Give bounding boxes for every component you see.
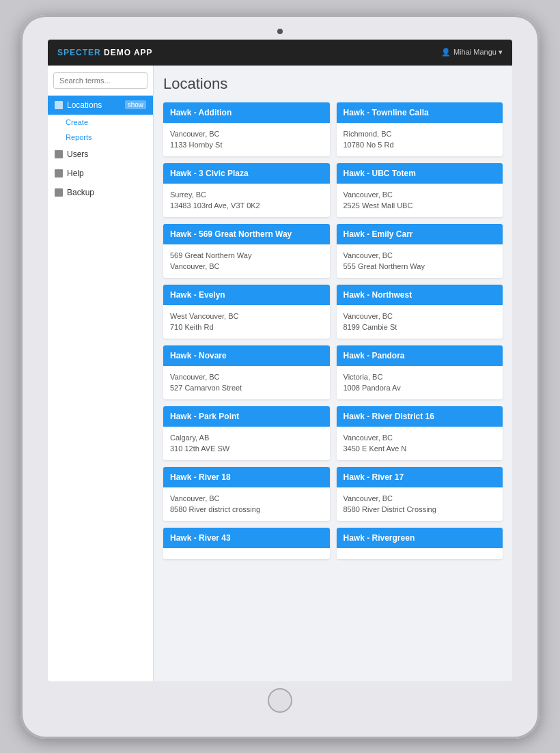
location-address: 3450 E Kent Ave N bbox=[344, 444, 407, 453]
location-address: 310 12th AVE SW bbox=[170, 444, 229, 453]
location-card-header: Hawk - Rivergreen bbox=[337, 528, 503, 548]
location-card-body: Victoria, BC1008 Pandora Av bbox=[337, 366, 503, 399]
location-card-body: Vancouver, BC8580 River District Crossin… bbox=[337, 487, 503, 521]
locations-grid: Hawk - AdditionVancouver, BC1133 Hornby … bbox=[163, 102, 503, 559]
sidebar-item-label: Help bbox=[67, 169, 146, 178]
locations-icon bbox=[55, 101, 63, 109]
location-card-header: Hawk - Park Point bbox=[163, 406, 330, 427]
location-card[interactable]: Hawk - EvelynWest Vancouver, BC710 Keith… bbox=[163, 285, 330, 339]
location-address: 2525 West Mall UBC bbox=[344, 201, 413, 210]
location-card[interactable]: Hawk - River District 16Vancouver, BC345… bbox=[337, 406, 503, 460]
location-card[interactable]: Hawk - PandoraVictoria, BC1008 Pandora A… bbox=[337, 345, 503, 399]
location-city: Vancouver, BC bbox=[344, 434, 393, 442]
location-card-header: Hawk - River 18 bbox=[163, 467, 330, 487]
location-city: Vancouver, BC bbox=[344, 312, 393, 320]
location-card[interactable]: Hawk - Park PointCalgary, AB310 12th AVE… bbox=[163, 406, 330, 460]
help-icon bbox=[55, 169, 63, 177]
location-card[interactable]: Hawk - 3 Civic PlazaSurrey, BC13483 103r… bbox=[163, 163, 330, 217]
location-city: Calgary, AB bbox=[170, 434, 209, 442]
location-card-body: Calgary, AB310 12th AVE SW bbox=[163, 427, 330, 460]
sidebar: Locations show Create Reports Users Help… bbox=[48, 66, 154, 681]
location-card-header: Hawk - Northwest bbox=[337, 285, 503, 305]
app-body: Locations show Create Reports Users Help… bbox=[48, 66, 512, 681]
brand: SPECTER DEMO APP bbox=[57, 48, 153, 57]
location-address: 13483 103rd Ave, V3T 0K2 bbox=[170, 201, 260, 210]
user-menu[interactable]: 👤 Mihai Mangu ▾ bbox=[441, 48, 503, 57]
location-card-body: Vancouver, BC8199 Cambie St bbox=[337, 305, 503, 339]
sidebar-item-label: Locations bbox=[67, 100, 121, 110]
location-address: 1008 Pandora Av bbox=[344, 384, 401, 392]
app-header: SPECTER DEMO APP 👤 Mihai Mangu ▾ bbox=[48, 40, 512, 66]
location-card-body: Vancouver, BC3450 E Kent Ave N bbox=[337, 427, 503, 460]
location-address: 710 Keith Rd bbox=[170, 323, 214, 331]
location-card[interactable]: Hawk - River 43 bbox=[163, 528, 330, 559]
user-icon: 👤 bbox=[441, 48, 451, 57]
location-city: West Vancouver, BC bbox=[170, 312, 238, 320]
location-card[interactable]: Hawk - 569 Great Northern Way569 Great N… bbox=[163, 224, 330, 278]
location-card-body: Richmond, BC10780 No 5 Rd bbox=[337, 123, 503, 156]
location-city: Surrey, BC bbox=[170, 190, 206, 199]
location-address: 8199 Cambie St bbox=[344, 323, 397, 331]
search-box bbox=[53, 72, 148, 89]
location-card-header: Hawk - 569 Great Northern Way bbox=[163, 224, 330, 244]
location-card-header: Hawk - River 17 bbox=[337, 467, 503, 487]
location-card-header: Hawk - River District 16 bbox=[337, 406, 503, 427]
location-card-body: Vancouver, BC8580 River district crossin… bbox=[163, 487, 330, 521]
tablet-frame: SPECTER DEMO APP 👤 Mihai Mangu ▾ Locatio… bbox=[20, 15, 540, 739]
location-card-header: Hawk - 3 Civic Plaza bbox=[163, 163, 330, 184]
location-card-header: Hawk - Addition bbox=[163, 102, 330, 123]
location-address: 527 Carnarvon Street bbox=[170, 384, 242, 392]
location-card-header: Hawk - River 43 bbox=[163, 528, 330, 548]
location-city: Vancouver, BC bbox=[344, 251, 393, 259]
location-card[interactable]: Hawk - River 17Vancouver, BC8580 River D… bbox=[337, 467, 503, 521]
location-city: Richmond, BC bbox=[344, 130, 392, 138]
location-card[interactable]: Hawk - UBC TotemVancouver, BC2525 West M… bbox=[337, 163, 503, 217]
page-title: Locations bbox=[163, 75, 503, 93]
location-address: 8580 River District Crossing bbox=[344, 505, 436, 513]
brand-specter: SPECTER bbox=[57, 48, 101, 57]
users-icon bbox=[55, 150, 63, 158]
location-card[interactable]: Hawk - NovareVancouver, BC527 Carnarvon … bbox=[163, 345, 330, 399]
location-address: 555 Great Northern Way bbox=[344, 262, 425, 270]
sidebar-item-create[interactable]: Create bbox=[48, 115, 153, 130]
location-card[interactable]: Hawk - River 18Vancouver, BC8580 River d… bbox=[163, 467, 330, 521]
location-city: Vancouver, BC bbox=[170, 130, 220, 138]
location-city: Victoria, BC bbox=[344, 373, 383, 381]
search-input[interactable] bbox=[53, 72, 148, 89]
location-card-body: Vancouver, BC527 Carnarvon Street bbox=[163, 366, 330, 399]
location-address: Vancouver, BC bbox=[170, 262, 220, 270]
location-address: 10780 No 5 Rd bbox=[344, 141, 394, 149]
location-card-body: West Vancouver, BC710 Keith Rd bbox=[163, 305, 330, 339]
sidebar-item-help[interactable]: Help bbox=[48, 164, 153, 183]
location-city: 569 Great Northern Way bbox=[170, 251, 251, 259]
location-card[interactable]: Hawk - Townline CallaRichmond, BC10780 N… bbox=[337, 102, 503, 156]
screen: SPECTER DEMO APP 👤 Mihai Mangu ▾ Locatio… bbox=[48, 40, 512, 681]
location-card-body: 569 Great Northern WayVancouver, BC bbox=[163, 244, 330, 278]
main-content: Locations Hawk - AdditionVancouver, BC11… bbox=[154, 66, 512, 681]
location-card[interactable]: Hawk - Rivergreen bbox=[337, 528, 503, 559]
location-card[interactable]: Hawk - Emily CarrVancouver, BC555 Great … bbox=[337, 224, 503, 278]
location-card[interactable]: Hawk - NorthwestVancouver, BC8199 Cambie… bbox=[337, 285, 503, 339]
location-address: 8580 River district crossing bbox=[170, 505, 260, 513]
sidebar-item-label: Users bbox=[67, 150, 146, 159]
location-card-header: Hawk - Evelyn bbox=[163, 285, 330, 305]
sidebar-item-label: Backup bbox=[67, 188, 146, 197]
home-button[interactable] bbox=[268, 688, 292, 713]
sidebar-item-users[interactable]: Users bbox=[48, 145, 153, 164]
backup-icon bbox=[55, 188, 63, 197]
location-card[interactable]: Hawk - AdditionVancouver, BC1133 Hornby … bbox=[163, 102, 330, 156]
location-city: Vancouver, BC bbox=[344, 494, 393, 502]
location-card-header: Hawk - Townline Calla bbox=[337, 102, 503, 123]
sidebar-item-locations[interactable]: Locations show bbox=[48, 96, 153, 115]
location-card-header: Hawk - UBC Totem bbox=[337, 163, 503, 184]
sidebar-item-backup[interactable]: Backup bbox=[48, 183, 153, 202]
sidebar-item-reports[interactable]: Reports bbox=[48, 130, 153, 145]
brand-demo: DEMO APP bbox=[104, 48, 153, 57]
location-card-body bbox=[163, 548, 330, 559]
location-card-body: Surrey, BC13483 103rd Ave, V3T 0K2 bbox=[163, 184, 330, 217]
location-card-body: Vancouver, BC2525 West Mall UBC bbox=[337, 184, 503, 217]
show-badge: show bbox=[125, 100, 146, 109]
location-card-header: Hawk - Pandora bbox=[337, 345, 503, 366]
location-city: Vancouver, BC bbox=[170, 373, 220, 381]
user-name: Mihai Mangu ▾ bbox=[453, 48, 503, 57]
